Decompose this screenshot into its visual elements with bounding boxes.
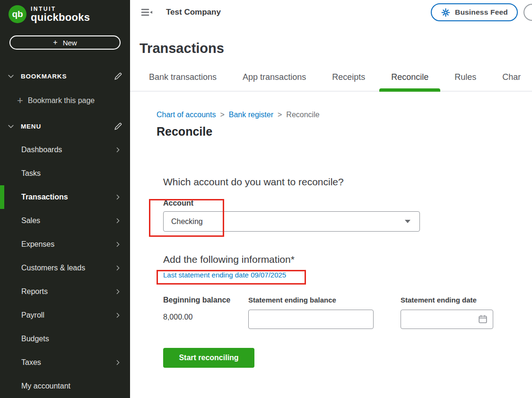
sidebar-item-label: Transactions <box>21 193 68 201</box>
sidebar-item-transactions[interactable]: Transactions <box>0 185 130 209</box>
top-header: Test Company Business Feed <box>130 0 532 25</box>
account-select-value: Checking <box>171 217 203 226</box>
new-button[interactable]: + New <box>9 35 121 50</box>
chevron-down-icon <box>7 122 15 130</box>
start-reconciling-button[interactable]: Start reconciling <box>163 348 254 368</box>
breadcrumb: Chart of accounts > Bank register > Reco… <box>157 111 532 119</box>
business-feed-sparkle-icon <box>441 8 451 17</box>
sidebar-menu: Dashboards Tasks Transactions Sales Expe… <box>0 138 130 398</box>
beginning-balance-value: 8,000.00 <box>163 313 248 321</box>
tab-chart-of-accounts[interactable]: Char <box>502 72 521 91</box>
avatar-icon[interactable] <box>523 4 532 21</box>
sidebar-item-my-accountant[interactable]: My accountant <box>0 374 130 398</box>
sidebar-item-customers-leads[interactable]: Customers & leads <box>0 256 130 280</box>
sidebar-item-label: Tasks <box>21 169 41 178</box>
menu-title: MENU <box>21 123 41 130</box>
tab-reconcile[interactable]: Reconcile <box>391 72 428 91</box>
breadcrumb-chart-of-accounts[interactable]: Chart of accounts <box>157 111 216 119</box>
sidebar-item-label: Sales <box>21 216 40 225</box>
menu-section-header[interactable]: MENU <box>0 121 130 131</box>
logo-monogram: qb <box>12 9 23 19</box>
tab-receipts[interactable]: Receipts <box>332 72 365 91</box>
chevron-right-icon <box>114 264 122 272</box>
breadcrumb-current: Reconcile <box>286 111 319 119</box>
business-feed-button[interactable]: Business Feed <box>431 3 518 21</box>
tab-app-transactions[interactable]: App transactions <box>243 72 306 91</box>
chevron-right-icon <box>114 311 122 319</box>
sidebar-item-label: Dashboards <box>21 146 62 154</box>
chevron-right-icon <box>114 359 122 366</box>
breadcrumb-separator: > <box>220 111 224 119</box>
quickbooks-logo-icon: qb <box>9 5 26 23</box>
sidebar-item-tasks[interactable]: Tasks <box>0 162 130 185</box>
chevron-down-icon <box>7 72 15 80</box>
sidebar-item-sales[interactable]: Sales <box>0 209 130 233</box>
add-info-heading: Add the following information* <box>163 254 532 265</box>
plus-icon: + <box>53 38 57 47</box>
bookmarks-section-header[interactable]: BOOKMARKS <box>0 71 130 81</box>
sidebar-item-label: My accountant <box>21 382 70 390</box>
sidebar-item-label: Expenses <box>21 240 54 249</box>
account-label: Account <box>163 199 532 208</box>
dropdown-caret-icon <box>405 220 410 223</box>
sidebar-item-dashboards[interactable]: Dashboards <box>0 138 130 162</box>
collapse-sidebar-icon[interactable] <box>141 8 153 17</box>
tab-bank-transactions[interactable]: Bank transactions <box>149 72 217 91</box>
reconcile-heading: Reconcile <box>157 125 532 138</box>
ending-date-label: Statement ending date <box>401 296 493 304</box>
beginning-balance-label: Beginning balance <box>163 296 248 304</box>
business-feed-label: Business Feed <box>455 8 508 17</box>
edit-pencil-icon[interactable] <box>113 72 122 81</box>
new-button-label: New <box>63 39 77 47</box>
quickbooks-brand: qb INTUIT quickbooks <box>0 0 130 23</box>
sidebar-item-label: Reports <box>21 287 48 296</box>
sidebar-item-label: Customers & leads <box>21 264 85 272</box>
sidebar-item-label: Budgets <box>21 335 49 343</box>
chevron-right-icon <box>114 146 122 154</box>
sidebar-item-label: Payroll <box>21 311 44 320</box>
quickbooks-wordmark: quickbooks <box>31 12 90 23</box>
sidebar: qb INTUIT quickbooks + New BOOKMARKS + B… <box>0 0 130 398</box>
sidebar-item-expenses[interactable]: Expenses <box>0 233 130 256</box>
bookmark-this-page[interactable]: + Bookmark this page <box>17 95 130 107</box>
tab-rules[interactable]: Rules <box>454 72 476 91</box>
tab-bar: Bank transactions App transactions Recei… <box>130 72 532 92</box>
account-select[interactable]: Checking <box>163 211 420 232</box>
chevron-right-icon <box>114 241 122 248</box>
chevron-right-icon <box>114 217 122 225</box>
bookmark-this-page-label: Bookmark this page <box>28 96 95 105</box>
last-statement-date-link[interactable]: Last statement ending date 09/07/2025 <box>163 271 286 279</box>
chevron-right-icon <box>114 193 122 201</box>
page-title: Transactions <box>140 41 532 56</box>
breadcrumb-separator: > <box>278 111 282 119</box>
sidebar-item-payroll[interactable]: Payroll <box>0 303 130 327</box>
calendar-icon[interactable] <box>478 314 488 324</box>
main-content: Transactions Bank transactions App trans… <box>130 25 532 368</box>
bookmarks-title: BOOKMARKS <box>21 73 67 80</box>
edit-pencil-icon[interactable] <box>113 122 122 131</box>
reconcile-form: Which account do you want to reconcile? … <box>163 176 532 368</box>
intuit-wordmark: INTUIT <box>31 6 90 12</box>
sidebar-item-taxes[interactable]: Taxes <box>0 351 130 374</box>
company-name: Test Company <box>166 8 221 17</box>
ending-balance-input[interactable] <box>248 310 374 329</box>
ending-balance-label: Statement ending balance <box>248 296 374 304</box>
sidebar-item-reports[interactable]: Reports <box>0 280 130 303</box>
account-question: Which account do you want to reconcile? <box>163 176 532 188</box>
plus-icon: + <box>17 95 23 107</box>
breadcrumb-bank-register[interactable]: Bank register <box>229 111 273 119</box>
chevron-right-icon <box>114 288 122 295</box>
sidebar-item-budgets[interactable]: Budgets <box>0 327 130 351</box>
sidebar-item-label: Taxes <box>21 358 41 367</box>
